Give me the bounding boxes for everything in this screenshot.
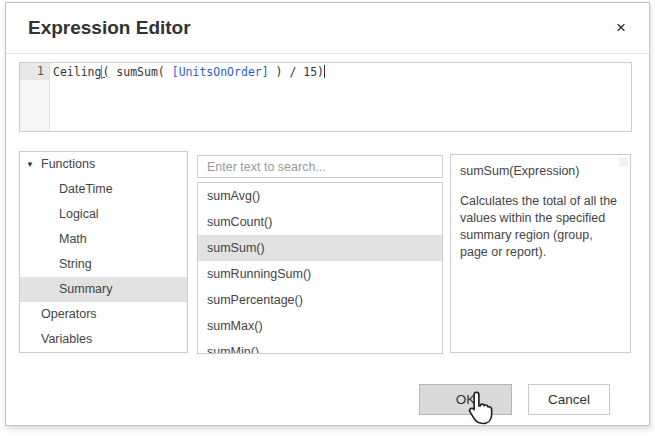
tree-item-label: Variables xyxy=(41,332,92,346)
close-icon[interactable]: × xyxy=(609,16,633,40)
tree-item-label: String xyxy=(59,257,92,271)
ok-button[interactable]: OK xyxy=(419,384,512,415)
tree-item-label: DateTime xyxy=(59,182,113,196)
list-item-summax[interactable]: sumMax() xyxy=(198,313,442,339)
list-item-sumrunningsum[interactable]: sumRunningSum() xyxy=(198,261,442,287)
tree-item-summary[interactable]: Summary xyxy=(20,277,187,302)
expression-editor-dialog: Expression Editor × 1 Ceiling( sumSum( [… xyxy=(5,2,650,426)
tree-item-logical[interactable]: Logical xyxy=(20,202,187,227)
chevron-down-icon[interactable]: ▼ xyxy=(26,152,40,177)
expression-text[interactable]: Ceiling( sumSum( [UnitsOnOrder] ) / 15) xyxy=(53,64,325,81)
expression-code-editor[interactable]: 1 Ceiling( sumSum( [UnitsOnOrder] ) / 15… xyxy=(19,62,632,132)
tree-item-operators[interactable]: Operators xyxy=(20,302,187,327)
function-description-panel: sumSum(Expression) Calculates the total … xyxy=(450,154,631,353)
function-search-box xyxy=(197,155,443,178)
scrollbar-thumb[interactable] xyxy=(619,157,628,167)
list-item-sumcount[interactable]: sumCount() xyxy=(198,209,442,235)
code-segment: Ceiling xyxy=(53,65,101,79)
category-tree: ▼ Functions DateTime Logical Math String… xyxy=(19,151,188,353)
function-signature: sumSum(Expression) xyxy=(460,164,620,178)
tree-item-datetime[interactable]: DateTime xyxy=(20,177,187,202)
tree-item-label: Functions xyxy=(41,157,95,171)
cancel-button[interactable]: Cancel xyxy=(528,384,610,415)
tree-item-math[interactable]: Math xyxy=(20,227,187,252)
editor-line-number: 1 xyxy=(20,63,49,80)
search-input[interactable] xyxy=(198,156,442,177)
dialog-titlebar: Expression Editor × xyxy=(6,3,649,54)
code-segment: ) / 15) xyxy=(269,65,324,79)
code-field-reference: [UnitsOnOrder] xyxy=(172,65,269,79)
list-item-sumavg[interactable]: sumAvg() xyxy=(198,183,442,209)
code-segment: sumSum( xyxy=(109,65,171,79)
tree-item-label: Operators xyxy=(41,307,97,321)
tree-item-variables[interactable]: Variables xyxy=(20,327,187,352)
dialog-title: Expression Editor xyxy=(28,3,191,53)
tree-item-functions[interactable]: ▼ Functions xyxy=(20,152,187,177)
function-description: Calculates the total of all the values w… xyxy=(460,193,620,261)
tree-item-label: Math xyxy=(59,232,87,246)
function-list: sumAvg() sumCount() sumSum() sumRunningS… xyxy=(197,182,443,354)
tree-item-label: Logical xyxy=(59,207,99,221)
list-item-summin[interactable]: sumMin() xyxy=(198,339,442,354)
tree-item-label: Summary xyxy=(59,282,112,296)
list-item-sumsum[interactable]: sumSum() xyxy=(198,235,442,261)
list-item-sumpercentage[interactable]: sumPercentage() xyxy=(198,287,442,313)
text-caret xyxy=(324,65,325,78)
tree-item-string[interactable]: String xyxy=(20,252,187,277)
